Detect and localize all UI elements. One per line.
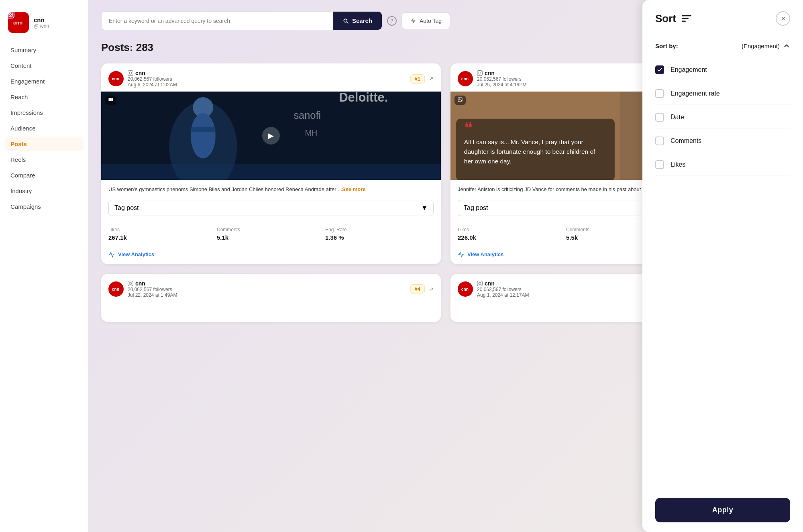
post-date-4: Aug 1, 2024 at 12:17AM <box>477 292 529 298</box>
svg-text:cnn: cnn <box>461 287 469 291</box>
svg-text:cnn: cnn <box>461 77 469 81</box>
profile-info: cnn @ /cnn <box>34 16 49 29</box>
post-avatar-3: cnn <box>108 281 124 297</box>
auto-tag-button[interactable]: Auto Tag <box>402 12 450 29</box>
sidebar-nav: Summary Content Engagement Reach Impress… <box>0 43 88 214</box>
stat-likes-2: Likes 226.0k <box>458 221 566 247</box>
video-icon <box>108 97 113 102</box>
post-followers-4: 20,062,567 followers <box>477 287 529 292</box>
post-author-name-3: cnn <box>128 280 177 287</box>
post-author-info-2: cnn 20,062,567 followers Jul 25, 2024 at… <box>477 70 526 88</box>
post-thumbnail-1: Deloitte. sanofi MH ▶ <box>101 92 441 180</box>
svg-text:cnn: cnn <box>112 287 119 291</box>
sort-options: Engagement Engagement rate Date Comments… <box>642 56 803 488</box>
sidebar-item-reels[interactable]: Reels <box>5 152 83 167</box>
sidebar-item-summary[interactable]: Summary <box>5 43 83 57</box>
sidebar-item-campaigns[interactable]: Campaigns <box>5 199 83 214</box>
post-card-3: cnn cnn 20,062,567 followers Jul 22, 202… <box>101 274 441 322</box>
post-date-2: Jul 25, 2024 at 4:19PM <box>477 82 526 88</box>
post-followers-1: 20,062,567 followers <box>128 76 177 82</box>
instagram-small-icon-4 <box>477 281 483 286</box>
svg-text:cnn: cnn <box>112 77 119 81</box>
sort-panel: Sort ✕ Sort by: (Engagement) Engagement … <box>642 0 803 532</box>
profile-handle: @ /cnn <box>34 23 49 29</box>
post-date-1: Aug 6, 2024 at 1:02AM <box>128 82 177 88</box>
tag-post-row-1: Tag post ▼ <box>101 197 441 221</box>
sort-option-engagement-rate[interactable]: Engagement rate <box>655 83 790 105</box>
sidebar-item-posts[interactable]: Posts <box>5 137 83 151</box>
chevron-up-icon <box>783 42 790 49</box>
sidebar-item-impressions[interactable]: Impressions <box>5 105 83 120</box>
play-button-1[interactable]: ▶ <box>262 127 280 145</box>
sidebar-item-audience[interactable]: Audience <box>5 121 83 136</box>
apply-button[interactable]: Apply <box>655 498 790 522</box>
sort-option-date[interactable]: Date <box>655 106 790 128</box>
post-avatar-1: cnn <box>108 71 124 86</box>
sort-checkbox-date[interactable] <box>655 113 664 122</box>
svg-rect-11 <box>109 98 112 101</box>
svg-point-9 <box>191 113 216 159</box>
sort-option-comments[interactable]: Comments <box>655 130 790 152</box>
post-author-info-4: cnn 20,062,567 followers Aug 1, 2024 at … <box>477 280 529 298</box>
post-followers-2: 20,062,567 followers <box>477 76 526 82</box>
help-icon[interactable]: ? <box>387 16 397 26</box>
sort-checkbox-engagement[interactable] <box>655 65 664 74</box>
sort-option-likes[interactable]: Likes <box>655 154 790 176</box>
post-rank-badge-3: #4 <box>410 284 425 294</box>
svg-text:daughter is fortunate enough t: daughter is fortunate enough to bear chi… <box>464 148 595 155</box>
sort-by-row: Sort by: (Engagement) <box>642 34 803 56</box>
post-author-name-4: cnn <box>477 280 529 287</box>
post-date-3: Jul 22, 2024 at 1:49AM <box>128 292 177 298</box>
instagram-small-icon-2 <box>477 70 483 76</box>
sort-option-engagement[interactable]: Engagement <box>655 59 790 81</box>
post-external-link-icon-1[interactable]: ↗ <box>429 75 434 82</box>
search-icon <box>342 18 349 24</box>
sort-panel-header: Sort ✕ <box>642 0 803 34</box>
sidebar-item-industry[interactable]: Industry <box>5 183 83 198</box>
sort-checkbox-comments[interactable] <box>655 137 664 145</box>
close-sort-panel-button[interactable]: ✕ <box>776 11 790 26</box>
svg-text:her own one day.: her own one day. <box>464 158 512 165</box>
post-author-info-3: cnn 20,062,567 followers Jul 22, 2024 at… <box>128 280 177 298</box>
sidebar-item-reach[interactable]: Reach <box>5 90 83 104</box>
post-card-1: cnn cnn 20,062,567 followers Aug 6, 2024… <box>101 63 441 264</box>
post-author-2: cnn cnn 20,062,567 followers Jul 25, 202… <box>458 70 526 88</box>
sort-lines-icon <box>681 13 692 24</box>
svg-text:sanofi: sanofi <box>293 110 321 121</box>
post-author-3: cnn cnn 20,062,567 followers Jul 22, 202… <box>108 280 177 298</box>
image-badge-2 <box>454 96 466 105</box>
post-stats-1: Likes 267.1k Comments 5.1k Eng. Rate 1.3… <box>108 221 434 247</box>
sidebar-profile: cnn cnn @ /cnn <box>0 8 88 43</box>
video-badge-1 <box>105 96 116 105</box>
lightning-icon <box>410 18 416 24</box>
post-author-4: cnn cnn 20,062,567 followers Aug 1, 2024… <box>458 280 529 298</box>
sidebar-item-engagement[interactable]: Engagement <box>5 74 83 89</box>
sort-by-value[interactable]: (Engagement) <box>742 42 790 49</box>
search-button[interactable]: Search <box>333 12 382 30</box>
sidebar-item-content[interactable]: Content <box>5 58 83 73</box>
sort-checkbox-engagement-rate[interactable] <box>655 89 664 98</box>
sort-checkbox-likes[interactable] <box>655 160 664 169</box>
svg-text:Deloitte.: Deloitte. <box>339 92 388 104</box>
view-analytics-btn-1[interactable]: View Analytics <box>101 247 441 264</box>
instagram-small-icon-3 <box>128 281 133 286</box>
post-author-1: cnn cnn 20,062,567 followers Aug 6, 2024… <box>108 70 177 88</box>
sidebar-item-compare[interactable]: Compare <box>5 168 83 183</box>
checkmark-icon <box>657 67 662 73</box>
instagram-badge-icon <box>8 12 14 18</box>
search-input[interactable] <box>102 12 333 30</box>
post-author-name-1: cnn <box>128 70 177 76</box>
svg-text:All I can say is... Mr. Vance,: All I can say is... Mr. Vance, I pray th… <box>464 139 583 145</box>
tag-post-select-1[interactable]: Tag post ▼ <box>108 200 434 216</box>
post-external-link-icon-3[interactable]: ↗ <box>429 286 434 292</box>
sort-panel-footer: Apply <box>642 488 803 532</box>
svg-rect-3 <box>101 164 441 180</box>
stat-likes-1: Likes 267.1k <box>108 221 217 247</box>
post-avatar-4: cnn <box>458 281 473 297</box>
post-card-header-1: cnn cnn 20,062,567 followers Aug 6, 2024… <box>101 63 441 92</box>
see-more-link-1[interactable]: See more <box>342 186 366 192</box>
post-card-header-3: cnn cnn 20,062,567 followers Jul 22, 202… <box>101 274 441 302</box>
post-avatar-2: cnn <box>458 71 473 86</box>
svg-text:cnn: cnn <box>13 20 22 26</box>
sidebar: cnn cnn @ /cnn Summary Content Engagemen… <box>0 0 88 532</box>
